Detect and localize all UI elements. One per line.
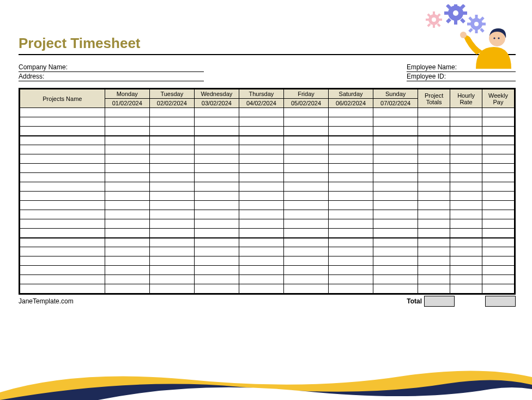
table-cell[interactable] bbox=[149, 275, 194, 284]
table-cell[interactable] bbox=[239, 145, 283, 154]
table-cell[interactable] bbox=[194, 192, 239, 201]
table-cell[interactable] bbox=[373, 182, 418, 192]
table-cell[interactable] bbox=[450, 238, 482, 247]
table-cell[interactable] bbox=[239, 256, 283, 266]
table-cell[interactable] bbox=[194, 238, 239, 247]
table-cell[interactable] bbox=[20, 229, 105, 238]
table-cell[interactable] bbox=[329, 284, 373, 294]
employee-id-field[interactable]: Employee ID: bbox=[407, 72, 516, 81]
table-cell[interactable] bbox=[283, 256, 328, 266]
table-cell[interactable] bbox=[482, 173, 515, 182]
table-cell[interactable] bbox=[329, 173, 373, 182]
table-cell[interactable] bbox=[418, 154, 450, 164]
table-cell[interactable] bbox=[283, 117, 328, 127]
employee-name-field[interactable]: Employee Name: bbox=[407, 63, 516, 72]
table-cell[interactable] bbox=[283, 210, 328, 219]
table-cell[interactable] bbox=[20, 182, 105, 192]
table-cell[interactable] bbox=[20, 284, 105, 294]
table-cell[interactable] bbox=[149, 182, 194, 192]
table-cell[interactable] bbox=[105, 108, 149, 117]
table-cell[interactable] bbox=[482, 136, 515, 145]
table-cell[interactable] bbox=[283, 164, 328, 173]
table-cell[interactable] bbox=[450, 201, 482, 210]
table-cell[interactable] bbox=[239, 117, 283, 127]
table-cell[interactable] bbox=[482, 238, 515, 247]
table-cell[interactable] bbox=[149, 154, 194, 164]
table-cell[interactable] bbox=[239, 182, 283, 192]
table-cell[interactable] bbox=[194, 173, 239, 182]
table-cell[interactable] bbox=[482, 154, 515, 164]
table-cell[interactable] bbox=[105, 201, 149, 210]
table-cell[interactable] bbox=[149, 164, 194, 173]
table-cell[interactable] bbox=[418, 201, 450, 210]
table-cell[interactable] bbox=[149, 238, 194, 247]
table-cell[interactable] bbox=[418, 238, 450, 247]
table-cell[interactable] bbox=[20, 238, 105, 247]
table-cell[interactable] bbox=[105, 275, 149, 284]
table-cell[interactable] bbox=[20, 219, 105, 229]
table-cell[interactable] bbox=[482, 127, 515, 136]
table-cell[interactable] bbox=[373, 275, 418, 284]
table-row[interactable] bbox=[20, 210, 515, 219]
table-cell[interactable] bbox=[283, 284, 328, 294]
table-cell[interactable] bbox=[239, 192, 283, 201]
table-cell[interactable] bbox=[450, 182, 482, 192]
table-row[interactable] bbox=[20, 182, 515, 192]
table-cell[interactable] bbox=[329, 238, 373, 247]
table-row[interactable] bbox=[20, 266, 515, 275]
table-cell[interactable] bbox=[329, 127, 373, 136]
table-cell[interactable] bbox=[105, 247, 149, 256]
table-cell[interactable] bbox=[239, 154, 283, 164]
table-cell[interactable] bbox=[149, 284, 194, 294]
table-cell[interactable] bbox=[194, 127, 239, 136]
company-name-field[interactable]: Company Name: bbox=[19, 63, 204, 72]
table-cell[interactable] bbox=[20, 256, 105, 266]
table-cell[interactable] bbox=[149, 266, 194, 275]
table-cell[interactable] bbox=[149, 117, 194, 127]
table-cell[interactable] bbox=[105, 164, 149, 173]
table-cell[interactable] bbox=[329, 182, 373, 192]
table-cell[interactable] bbox=[20, 192, 105, 201]
table-cell[interactable] bbox=[418, 108, 450, 117]
table-cell[interactable] bbox=[20, 136, 105, 145]
table-cell[interactable] bbox=[329, 154, 373, 164]
table-cell[interactable] bbox=[283, 127, 328, 136]
table-cell[interactable] bbox=[20, 154, 105, 164]
table-cell[interactable] bbox=[418, 275, 450, 284]
table-cell[interactable] bbox=[239, 238, 283, 247]
total-weekly-box[interactable] bbox=[485, 296, 516, 307]
table-cell[interactable] bbox=[239, 284, 283, 294]
table-cell[interactable] bbox=[194, 284, 239, 294]
table-row[interactable] bbox=[20, 201, 515, 210]
table-cell[interactable] bbox=[450, 256, 482, 266]
table-cell[interactable] bbox=[373, 108, 418, 117]
table-cell[interactable] bbox=[283, 201, 328, 210]
table-cell[interactable] bbox=[239, 229, 283, 238]
table-cell[interactable] bbox=[149, 145, 194, 154]
table-cell[interactable] bbox=[194, 154, 239, 164]
table-cell[interactable] bbox=[105, 266, 149, 275]
table-cell[interactable] bbox=[482, 256, 515, 266]
table-cell[interactable] bbox=[20, 247, 105, 256]
table-row[interactable] bbox=[20, 256, 515, 266]
table-cell[interactable] bbox=[329, 136, 373, 145]
table-cell[interactable] bbox=[418, 266, 450, 275]
table-cell[interactable] bbox=[194, 201, 239, 210]
table-cell[interactable] bbox=[194, 275, 239, 284]
table-cell[interactable] bbox=[239, 275, 283, 284]
table-cell[interactable] bbox=[149, 192, 194, 201]
table-cell[interactable] bbox=[450, 275, 482, 284]
table-cell[interactable] bbox=[194, 136, 239, 145]
table-row[interactable] bbox=[20, 173, 515, 182]
table-row[interactable] bbox=[20, 247, 515, 256]
table-cell[interactable] bbox=[105, 284, 149, 294]
table-cell[interactable] bbox=[329, 247, 373, 256]
table-cell[interactable] bbox=[418, 229, 450, 238]
table-cell[interactable] bbox=[373, 210, 418, 219]
address-field[interactable]: Address: bbox=[19, 72, 204, 81]
table-cell[interactable] bbox=[373, 284, 418, 294]
table-cell[interactable] bbox=[373, 229, 418, 238]
table-cell[interactable] bbox=[20, 275, 105, 284]
table-cell[interactable] bbox=[149, 136, 194, 145]
table-row[interactable] bbox=[20, 127, 515, 136]
